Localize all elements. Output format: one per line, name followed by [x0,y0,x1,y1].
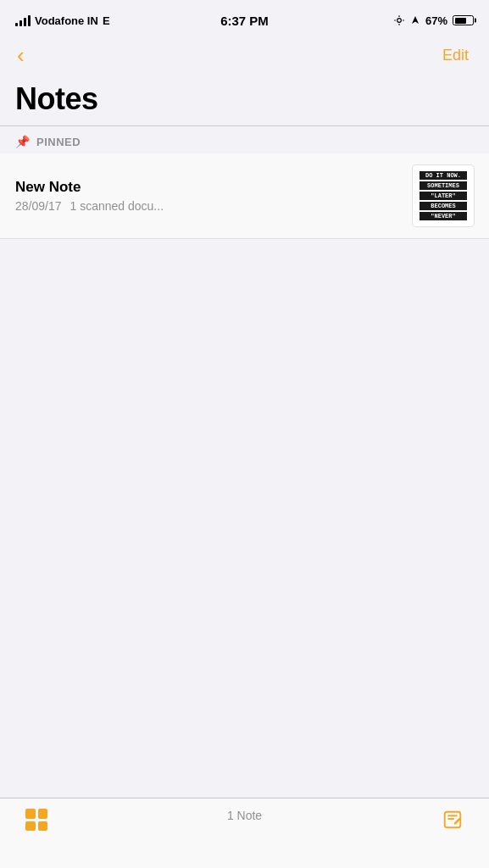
battery-fill [455,18,466,24]
tab-bar: 1 Note [0,798,489,868]
grid-cell-2 [38,809,48,819]
carrier-label: Vodafone IN [35,14,98,27]
battery-icon [453,15,474,25]
grid-cell-1 [25,809,36,819]
note-title: New Note [15,179,403,196]
page-title: Notes [15,81,474,117]
signal-bars-icon [15,14,31,26]
compose-tab[interactable] [442,809,464,831]
gallery-tab[interactable] [25,809,47,831]
thumbnail-inner: DO IT NOW. SOMETIMES "LATER" BECOMES "NE… [416,169,470,223]
navigation-icon [410,14,420,26]
back-button[interactable]: ‹ [12,41,30,70]
note-preview: 1 scanned docu... [70,199,164,213]
page-title-section: Notes [0,76,489,125]
compose-icon [442,809,464,831]
note-item[interactable]: New Note 28/09/17 1 scanned docu... DO I… [0,153,489,239]
note-thumbnail: DO IT NOW. SOMETIMES "LATER" BECOMES "NE… [413,165,474,226]
edit-button[interactable]: Edit [437,43,474,68]
location-icon [393,14,405,26]
note-count-tab: 1 Note [227,809,262,822]
status-right: 67% [393,14,474,27]
note-meta: 28/09/17 1 scanned docu... [15,199,403,213]
status-time: 6:37 PM [220,14,269,28]
svg-point-0 [397,19,402,23]
thumb-line-4: BECOMES [420,202,467,210]
note-content: New Note 28/09/17 1 scanned docu... [15,179,413,213]
battery-percent-label: 67% [425,14,447,27]
grid-cell-3 [25,821,36,832]
note-date: 28/09/17 [15,199,62,213]
thumb-line-2: SOMETIMES [420,181,467,190]
status-bar: Vodafone IN E 6:37 PM 67% [0,0,489,37]
back-chevron-icon: ‹ [17,44,25,66]
note-count-label: 1 Note [227,809,262,822]
pinned-label: PINNED [36,136,81,148]
grid-cell-4 [38,821,48,832]
nav-bar: ‹ Edit [0,37,489,76]
thumb-line-5: "NEVER" [420,212,467,220]
status-left: Vodafone IN E [15,14,110,27]
pin-icon: 📌 [15,135,30,148]
battery-container [453,15,474,25]
thumb-line-1: DO IT NOW. [420,171,467,180]
thumb-line-3: "LATER" [420,192,467,200]
gallery-grid-icon [25,809,47,831]
main-content-area [0,239,489,786]
network-type-label: E [103,14,110,27]
pinned-section-header: 📌 PINNED [0,126,489,153]
